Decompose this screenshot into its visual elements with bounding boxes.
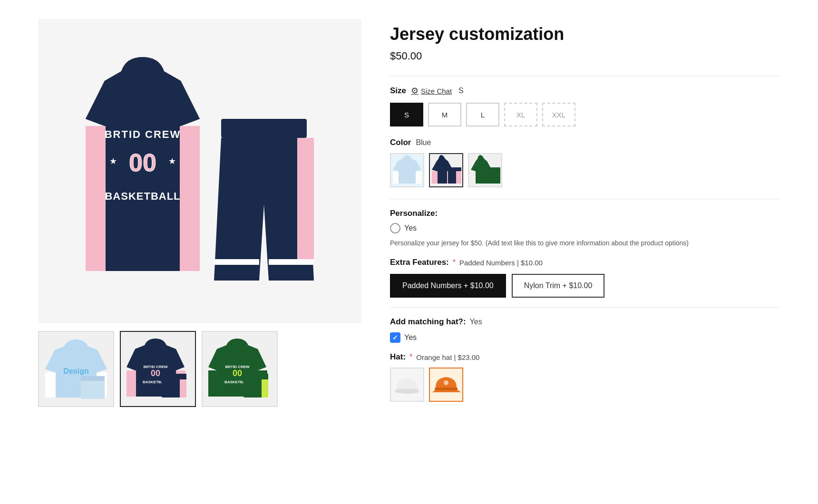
thumbnail-row: Design BRTID CREW 00 BASKETBALL: [38, 331, 361, 407]
color-label: Color: [390, 138, 411, 147]
thumbnail-3[interactable]: BRTID CREW 00 BASKETBALL: [202, 331, 278, 407]
selected-size-value: S: [458, 87, 464, 95]
extra-features-label: Extra Features:: [390, 258, 449, 267]
color-options: [390, 153, 780, 187]
svg-rect-10: [214, 259, 259, 265]
svg-rect-24: [162, 374, 186, 379]
product-images: BRTID CREW ★ ★ 00 BASKETBALL SUBLIMATION: [38, 19, 361, 411]
svg-rect-49: [435, 388, 458, 390]
hat-label-row: Hat: * Orange hat | $23.00: [390, 352, 780, 362]
hat-swatch-white[interactable]: [390, 368, 424, 402]
size-btn-xl[interactable]: XL: [504, 103, 537, 126]
feature-btn-padded[interactable]: Padded Numbers + $10.00: [390, 274, 506, 298]
color-swatch-blue[interactable]: [429, 153, 463, 187]
svg-rect-41: [456, 171, 461, 184]
hat-options: [390, 368, 780, 402]
color-section: Color Blue: [390, 138, 780, 187]
size-chat-link[interactable]: ⚙ Size Chat: [411, 86, 452, 96]
section-divider-1: [390, 76, 780, 76]
extra-features-label-row: Extra Features: * Padded Numbers | $10.0…: [390, 258, 780, 267]
extra-features-section: Extra Features: * Padded Numbers | $10.0…: [390, 258, 780, 298]
svg-rect-8: [221, 119, 307, 138]
jersey-svg: BRTID CREW ★ ★ 00 BASKETBALL SUBLIMATION: [86, 52, 200, 290]
color-swatch-green[interactable]: [468, 153, 502, 187]
feature-btn-nylon[interactable]: Nylon Trim + $10.00: [512, 274, 605, 298]
hat-label: Hat:: [390, 352, 406, 362]
matching-hat-value: Yes: [470, 318, 482, 326]
personalize-description: Personalize your jersey for $50. (Add te…: [390, 238, 780, 248]
svg-text:00: 00: [129, 149, 156, 176]
svg-text:★: ★: [168, 156, 176, 166]
size-options: S M L XL XXL: [390, 103, 780, 126]
svg-text:SUBLIMATION: SUBLIMATION: [301, 219, 306, 247]
svg-text:00: 00: [233, 368, 242, 378]
section-divider-3: [390, 307, 780, 308]
feature-buttons: Padded Numbers + $10.00 Nylon Trim + $10…: [390, 274, 780, 298]
matching-hat-label: Add matching hat?:: [390, 317, 466, 327]
extra-features-value: Padded Numbers | $10.00: [459, 259, 543, 267]
svg-rect-33: [262, 379, 268, 397]
svg-text:00: 00: [151, 368, 160, 378]
personalize-radio-row: Yes: [390, 223, 780, 233]
shorts-svg: SUBLIMATION: [214, 119, 314, 290]
hat-value: Orange hat | $23.00: [416, 353, 479, 361]
main-product-image: BRTID CREW ★ ★ 00 BASKETBALL SUBLIMATION: [38, 19, 361, 323]
hat-required: *: [409, 353, 412, 361]
matching-hat-checkbox-label: Yes: [404, 333, 417, 342]
extra-features-required: *: [453, 258, 456, 267]
svg-rect-38: [432, 171, 438, 184]
thumbnail-2[interactable]: BRTID CREW 00 BASKETBALL: [120, 331, 196, 407]
svg-text:BRTID CREW: BRTID CREW: [105, 128, 181, 140]
section-divider-2: [390, 199, 780, 199]
svg-text:Design: Design: [63, 367, 88, 375]
matching-hat-row: Add matching hat?: Yes: [390, 317, 780, 327]
personalize-option-label: Yes: [404, 224, 417, 233]
matching-hat-checkbox-row: Yes: [390, 332, 780, 343]
matching-hat-section: Add matching hat?: Yes Yes: [390, 317, 780, 343]
svg-point-50: [444, 380, 448, 385]
svg-rect-32: [243, 374, 268, 379]
selected-color-value: Blue: [416, 138, 431, 147]
size-btn-l[interactable]: L: [466, 103, 499, 126]
svg-text:BASKETBALL: BASKETBALL: [105, 190, 180, 202]
hat-section: Hat: * Orange hat | $23.00: [390, 352, 780, 402]
svg-rect-13: [45, 372, 56, 397]
size-label: Size: [390, 86, 406, 96]
product-title: Jersey customization: [390, 24, 780, 44]
size-chat-text: Size Chat: [421, 87, 452, 95]
svg-rect-26: [208, 370, 218, 397]
svg-rect-18: [127, 370, 136, 397]
personalize-section: Personalize: Yes Personalize your jersey…: [390, 209, 780, 248]
svg-text:SUBLIMATION: SUBLIMATION: [182, 198, 187, 231]
hat-swatch-orange[interactable]: [429, 368, 463, 402]
matching-hat-checkbox[interactable]: [390, 332, 400, 343]
size-btn-xxl[interactable]: XXL: [542, 103, 575, 126]
size-btn-s[interactable]: S: [390, 103, 423, 126]
svg-rect-17: [81, 376, 105, 381]
size-btn-m[interactable]: M: [428, 103, 461, 126]
personalize-label: Personalize:: [390, 209, 780, 218]
personalize-radio[interactable]: [390, 223, 400, 233]
color-swatch-white[interactable]: [390, 153, 424, 187]
product-details: Jersey customization $50.00 Size ⚙ Size …: [390, 19, 780, 411]
svg-point-47: [395, 389, 419, 394]
color-label-row: Color Blue: [390, 138, 780, 147]
size-chat-icon: ⚙: [411, 86, 419, 96]
svg-rect-11: [269, 259, 314, 265]
svg-rect-0: [86, 126, 106, 271]
thumbnail-1[interactable]: Design: [38, 331, 114, 407]
svg-rect-35: [393, 171, 399, 184]
size-header-row: Size ⚙ Size Chat S: [390, 86, 780, 96]
svg-text:★: ★: [109, 156, 117, 166]
svg-rect-25: [180, 379, 186, 397]
svg-rect-43: [487, 167, 500, 184]
svg-rect-36: [416, 171, 421, 184]
product-price: $50.00: [390, 50, 780, 62]
